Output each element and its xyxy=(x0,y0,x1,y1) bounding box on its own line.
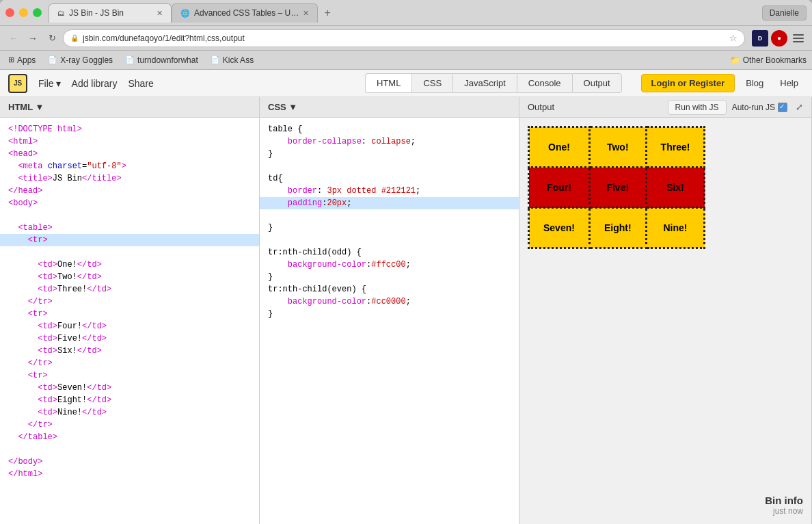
lock-icon: 🔒 xyxy=(70,34,79,42)
other-bookmarks-label: Other Bookmarks xyxy=(743,55,807,65)
other-bookmarks-folder-icon: 📁 xyxy=(730,55,740,65)
table-cell-four: Four! xyxy=(529,168,590,208)
tab-2-icon: 🌐 xyxy=(180,9,190,18)
browser-tab-1[interactable]: 🗂 JS Bin - JS Bin ✕ xyxy=(49,3,172,23)
bookmark-xray[interactable]: 📄 X-ray Goggles xyxy=(45,54,116,66)
autorun-label: Auto-run JS xyxy=(732,103,787,112)
table-cell-two: Two! xyxy=(589,127,646,168)
jsbin-toolbar: JS File ▾ Add library Share HTML CSS Jav… xyxy=(0,70,812,97)
table-cell-one: One! xyxy=(529,127,590,168)
tab-javascript[interactable]: JavaScript xyxy=(452,73,517,93)
back-button[interactable]: ← xyxy=(5,30,22,47)
xray-doc-icon: 📄 xyxy=(48,55,57,64)
new-tab-button[interactable]: + xyxy=(318,3,337,23)
navigation-toolbar: ← → ↻ 🔒 jsbin.com/dunefaqoyo/1/edit?html… xyxy=(0,26,812,51)
css-panel-title: CSS ▼ xyxy=(268,102,297,112)
bin-info-time: just now xyxy=(765,506,803,516)
css-panel: CSS ▼ table { border-collapse: collapse;… xyxy=(260,97,519,524)
table-row: One! Two! Three! xyxy=(529,127,705,168)
preview-table: One! Two! Three! Four! Five! Six! Seven!… xyxy=(528,126,705,249)
extension-icon-1[interactable]: D xyxy=(752,30,768,47)
bookmark-apps[interactable]: ⊞ Apps xyxy=(5,54,38,66)
jsbin-menu: File ▾ Add library Share xyxy=(38,78,154,89)
bookmark-kickass[interactable]: 📄 Kick Ass xyxy=(208,54,256,66)
tab-2-close[interactable]: ✕ xyxy=(303,9,309,18)
tab-1-label: JS Bin - JS Bin xyxy=(69,8,124,18)
bin-info-title: Bin info xyxy=(765,495,803,506)
table-row: Seven! Eight! Nine! xyxy=(529,208,705,248)
output-panel: Output Run with JS Auto-run JS ⤢ One! Tw… xyxy=(519,97,812,524)
add-library-menu-item[interactable]: Add library xyxy=(72,78,118,89)
table-cell-seven: Seven! xyxy=(529,208,590,248)
table-row: Four! Five! Six! xyxy=(529,168,705,208)
browser-tab-2[interactable]: 🌐 Advanced CSS Tables – U… ✕ xyxy=(172,3,318,23)
login-register-button[interactable]: Login or Register xyxy=(641,74,735,92)
kickass-doc-icon: 📄 xyxy=(211,55,220,64)
apps-icon: ⊞ xyxy=(8,55,14,64)
add-library-label: Add library xyxy=(72,78,118,89)
table-cell-nine: Nine! xyxy=(646,208,705,248)
css-panel-header[interactable]: CSS ▼ xyxy=(260,97,519,118)
address-text: jsbin.com/dunefaqoyo/1/edit?html,css,out… xyxy=(83,34,725,43)
address-bar[interactable]: 🔒 jsbin.com/dunefaqoyo/1/edit?html,css,o… xyxy=(63,29,745,47)
help-link[interactable]: Help xyxy=(774,75,804,92)
browser-tabs: 🗂 JS Bin - JS Bin ✕ 🌐 Advanced CSS Table… xyxy=(49,3,762,23)
profile-button[interactable]: Danielle xyxy=(762,5,807,21)
tab-output[interactable]: Output xyxy=(572,73,622,93)
bookmark-turndown[interactable]: 📄 turndownforwhat xyxy=(122,54,201,66)
table-cell-five: Five! xyxy=(589,168,646,208)
extension-icons: D ● xyxy=(752,30,787,47)
minimize-window-button[interactable] xyxy=(19,8,28,17)
autorun-checkbox[interactable] xyxy=(778,103,787,112)
extension-icon-2[interactable]: ● xyxy=(771,30,787,47)
traffic-lights xyxy=(5,8,42,17)
table-cell-six: Six! xyxy=(646,168,705,208)
html-panel-header[interactable]: HTML ▼ xyxy=(0,97,259,118)
html-panel: HTML ▼ <!DOCTYPE html> <html> <head> <me… xyxy=(0,97,260,524)
output-panel-title: Output xyxy=(528,102,662,112)
maximize-window-button[interactable] xyxy=(33,8,42,17)
tab-1-close[interactable]: ✕ xyxy=(157,9,163,18)
output-panel-header: Output Run with JS Auto-run JS ⤢ xyxy=(519,97,811,118)
html-code-editor[interactable]: <!DOCTYPE html> <html> <head> <meta char… xyxy=(0,118,259,524)
jsbin-panel-tabs: HTML CSS JavaScript Console Output xyxy=(365,73,622,93)
jsbin-logo[interactable]: JS xyxy=(8,74,27,93)
bin-info: Bin info just now xyxy=(765,495,803,516)
forward-button[interactable]: → xyxy=(25,30,41,47)
html-panel-title: HTML ▼ xyxy=(8,102,44,112)
blog-link[interactable]: Blog xyxy=(740,75,769,92)
expand-output-icon[interactable]: ⤢ xyxy=(796,102,803,112)
file-menu-item[interactable]: File ▾ xyxy=(38,78,61,89)
tab-html[interactable]: HTML xyxy=(365,73,411,93)
file-label: File xyxy=(38,78,54,89)
output-preview-area: One! Two! Three! Four! Five! Six! Seven!… xyxy=(519,118,811,524)
turndown-doc-icon: 📄 xyxy=(125,55,135,64)
title-bar: 🗂 JS Bin - JS Bin ✕ 🌐 Advanced CSS Table… xyxy=(0,0,812,26)
refresh-button[interactable]: ↻ xyxy=(44,30,60,47)
bookmark-kickass-label: Kick Ass xyxy=(223,55,254,65)
tab-1-icon: 🗂 xyxy=(57,9,65,17)
browser-window: 🗂 JS Bin - JS Bin ✕ 🌐 Advanced CSS Table… xyxy=(0,0,812,524)
tab-css[interactable]: CSS xyxy=(411,73,452,93)
share-menu-item[interactable]: Share xyxy=(128,78,153,89)
tab-2-label: Advanced CSS Tables – U… xyxy=(194,8,299,18)
file-chevron-icon: ▾ xyxy=(56,78,61,89)
main-content: HTML ▼ <!DOCTYPE html> <html> <head> <me… xyxy=(0,97,812,524)
css-code-editor[interactable]: table { border-collapse: collapse; } td{… xyxy=(260,118,519,524)
table-cell-eight: Eight! xyxy=(589,208,646,248)
close-window-button[interactable] xyxy=(5,8,14,17)
bookmark-apps-label: Apps xyxy=(17,55,36,65)
tab-console[interactable]: Console xyxy=(517,73,572,93)
bookmark-star-icon[interactable]: ☆ xyxy=(729,33,737,43)
other-bookmarks[interactable]: 📁 Other Bookmarks xyxy=(730,55,807,65)
bookmark-turndown-label: turndownforwhat xyxy=(137,55,198,65)
share-label: Share xyxy=(128,78,153,89)
bookmarks-bar: ⊞ Apps 📄 X-ray Goggles 📄 turndownforwhat… xyxy=(0,51,812,70)
browser-menu-button[interactable] xyxy=(790,30,807,47)
run-with-js-button[interactable]: Run with JS xyxy=(668,100,727,115)
autorun-text: Auto-run JS xyxy=(732,103,775,112)
table-cell-three: Three! xyxy=(646,127,705,168)
bookmark-xray-label: X-ray Goggles xyxy=(60,55,113,65)
jsbin-actions: Login or Register Blog Help xyxy=(641,74,804,92)
